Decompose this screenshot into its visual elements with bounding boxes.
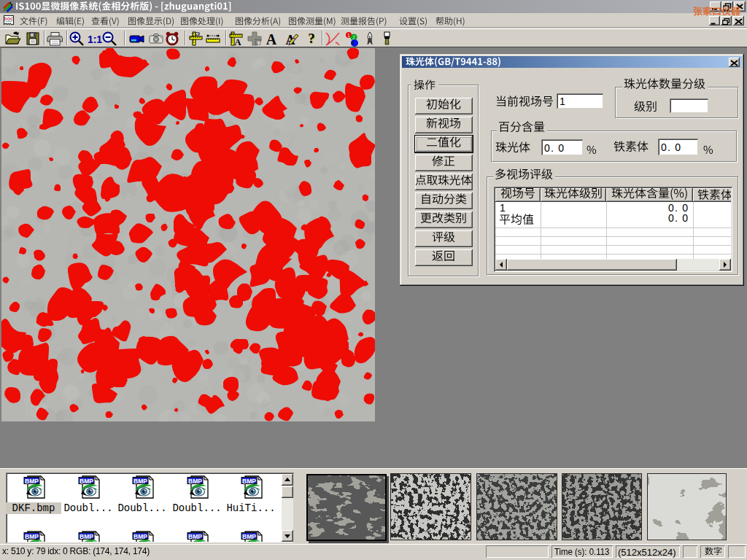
svg-text:BMP: BMP: [25, 478, 39, 485]
svg-text:BMP: BMP: [80, 533, 93, 540]
svg-text:1: 1: [347, 33, 350, 38]
svg-text:BMP: BMP: [133, 478, 147, 485]
svg-text:BMP: BMP: [188, 478, 202, 485]
svg-text:BMP: BMP: [242, 478, 256, 485]
svg-text:3: 3: [351, 39, 355, 46]
svg-text:A: A: [234, 36, 241, 47]
svg-text:BMP: BMP: [80, 478, 93, 485]
svg-text:BMP: BMP: [25, 533, 39, 540]
svg-text:DOC: DOC: [4, 17, 13, 21]
svg-text:BMP: BMP: [133, 533, 147, 540]
svg-text:?: ?: [308, 31, 315, 46]
svg-text:BMP: BMP: [242, 533, 256, 540]
svg-text:BMP: BMP: [188, 533, 202, 540]
svg-text:A: A: [266, 31, 277, 47]
